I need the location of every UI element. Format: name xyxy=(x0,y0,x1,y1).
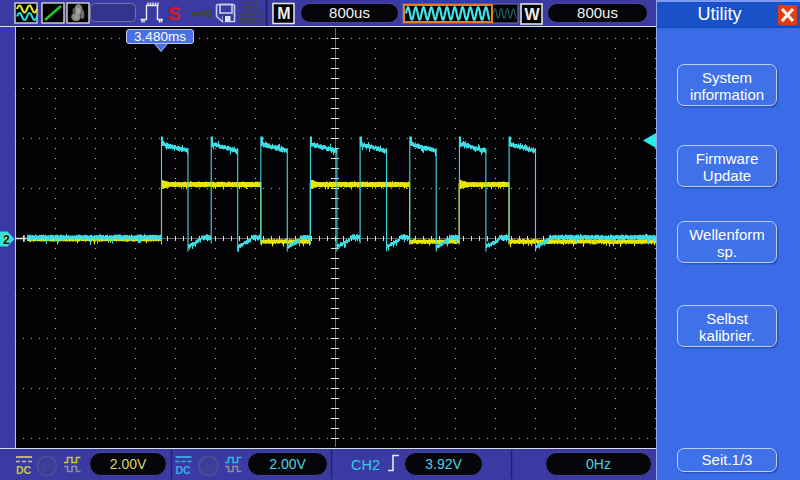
svg-text:2: 2 xyxy=(3,233,10,247)
svg-text:CH2: CH2 xyxy=(351,457,380,473)
svg-text:DC: DC xyxy=(16,464,32,476)
svg-text:S: S xyxy=(168,3,181,24)
svg-text:DC: DC xyxy=(176,464,192,476)
svg-text:20: 20 xyxy=(202,461,215,473)
svg-text:20: 20 xyxy=(41,461,54,473)
